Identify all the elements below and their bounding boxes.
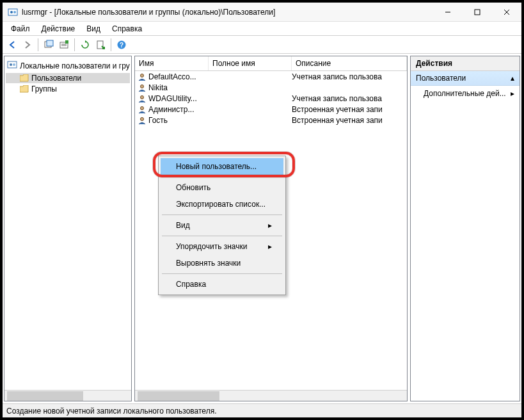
ctx-refresh[interactable]: Обновить [161,179,283,196]
ctx-align-icons[interactable]: Выровнять значки [161,255,283,271]
menu-view[interactable]: Вид [81,23,106,35]
actions-more[interactable]: Дополнительные дей... ▸ [411,86,520,101]
column-headers[interactable]: Имя Полное имя Описание [135,56,407,71]
tree-root[interactable]: Локальные пользователи и гру [6,59,130,72]
user-name: Nikita [148,83,168,92]
tree-users-label: Пользователи [31,74,81,83]
user-name: Администр... [148,105,194,114]
col-fullname[interactable]: Полное имя [209,56,292,70]
user-icon [138,105,147,114]
actions-category[interactable]: Пользователи ▴ [411,71,520,86]
ctx-export[interactable]: Экспортировать список... [161,196,283,213]
list-item[interactable]: Nikita [135,82,407,93]
app-icon [8,7,18,17]
ctx-help[interactable]: Справка [161,276,283,293]
svg-point-20 [140,85,143,88]
tree-groups-label: Группы [31,85,57,93]
col-desc[interactable]: Описание [292,56,407,70]
users-groups-icon [7,60,17,72]
svg-point-1 [10,11,13,13]
new-window-icon[interactable] [42,38,56,52]
context-menu: Новый пользователь... Обновить Экспортир… [158,156,286,295]
menu-action[interactable]: Действие [36,23,81,35]
svg-point-19 [140,74,143,77]
ctx-new-user[interactable]: Новый пользователь... [161,158,283,175]
user-name: WDAGUtility... [148,94,197,103]
col-name[interactable]: Имя [135,56,209,70]
svg-point-18 [13,63,15,66]
tree-root-label: Локальные пользователи и гру [20,61,130,70]
status-text: Создание новой учетной записи локального… [6,407,216,416]
svg-point-17 [10,63,12,66]
user-list[interactable]: DefaultAcco...Учетная запись пользоваNik… [135,71,407,390]
chevron-right-icon: ▸ [268,242,272,251]
list-pane: Имя Полное имя Описание DefaultAcco...Уч… [134,56,408,401]
user-icon [138,83,147,92]
actions-category-label: Пользователи [416,74,466,83]
actions-header: Действия [411,56,520,71]
ctx-view[interactable]: Вид▸ [161,217,283,234]
chevron-right-icon: ▸ [268,221,272,230]
svg-rect-8 [47,40,53,46]
svg-point-2 [13,11,16,13]
svg-point-21 [140,95,143,99]
user-icon [138,94,147,103]
titlebar: lusrmgr - [Локальные пользователи и груп… [3,3,521,22]
refresh-icon[interactable] [78,38,92,52]
maximize-button[interactable] [463,3,492,21]
svg-text:?: ? [120,42,123,49]
ctx-arrange-icons[interactable]: Упорядочить значки▸ [161,238,283,255]
svg-rect-4 [475,10,480,15]
actions-pane: Действия Пользователи ▴ Дополнительные д… [410,56,520,401]
user-name: DefaultAcco... [148,72,196,81]
user-name: Гость [148,116,168,125]
svg-point-22 [140,106,143,109]
menubar: Файл Действие Вид Справка [3,22,521,36]
list-item[interactable]: WDAGUtility...Учетная запись пользова [135,93,407,104]
svg-rect-12 [65,40,68,44]
tree-item-users[interactable]: Пользователи [6,73,130,83]
user-desc: Учетная запись пользова [292,72,407,81]
properties-icon[interactable] [57,38,71,52]
back-button[interactable] [5,38,19,52]
tree-item-groups[interactable]: Группы [6,84,130,94]
window-title: lusrmgr - [Локальные пользователи и груп… [22,8,433,17]
svg-rect-13 [97,41,103,49]
chevron-right-icon: ▸ [511,89,514,98]
folder-icon [20,85,29,93]
user-desc: Учетная запись пользова [292,94,407,103]
list-item[interactable]: Администр...Встроенная учетная запи [135,104,407,115]
svg-point-23 [140,117,143,120]
collapse-icon: ▴ [511,74,514,83]
tree-hscrollbar[interactable] [4,390,131,401]
forward-button[interactable] [20,38,35,52]
user-desc: Встроенная учетная запи [292,116,407,125]
help-icon[interactable]: ? [115,38,129,52]
tree-pane: Локальные пользователи и гру Пользовател… [4,56,132,401]
export-icon[interactable] [93,38,107,52]
minimize-button[interactable] [433,3,463,21]
actions-more-label: Дополнительные дей... [424,89,506,98]
close-button[interactable] [492,3,521,21]
user-desc: Встроенная учетная запи [292,105,407,114]
user-icon [138,116,147,125]
list-hscrollbar[interactable] [135,390,407,401]
menu-file[interactable]: Файл [5,23,36,35]
statusbar: Создание новой учетной записи локального… [3,403,521,417]
toolbar: ? [3,36,521,54]
list-item[interactable]: ГостьВстроенная учетная запи [135,115,407,125]
folder-icon [20,74,29,82]
user-icon [138,72,147,81]
list-item[interactable]: DefaultAcco...Учетная запись пользова [135,71,407,82]
menu-help[interactable]: Справка [106,23,148,35]
